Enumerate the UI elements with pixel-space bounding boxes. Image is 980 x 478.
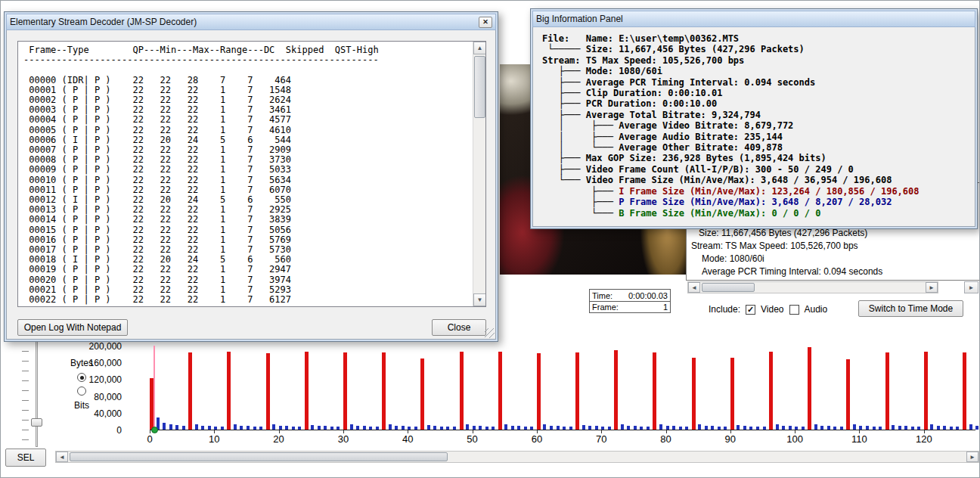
p-frame-bar [408, 427, 411, 430]
playhead-line [154, 346, 155, 430]
i-frame-bar [343, 352, 347, 430]
info-panel-scrollbar[interactable]: ◄ ► [687, 281, 938, 293]
big-panel-titlebar[interactable]: Big Information Panel [532, 11, 975, 27]
p-frame-bar [311, 425, 314, 430]
big-panel-lines: File: Name: E:\user\temp\00362.MTS └────… [533, 27, 975, 219]
chart-y-axis: 040,00080,000120,000160,000200,000 [73, 346, 123, 430]
p-frame-bar [718, 427, 721, 430]
close-window-button[interactable]: ✕ [479, 17, 492, 28]
p-frame-bar [389, 424, 392, 430]
i-frame-bar [846, 359, 850, 430]
i-frame-bar [885, 352, 889, 430]
x-axis-label: 30 [338, 433, 349, 445]
p-frame-bar [402, 426, 405, 430]
info-scrollbar-thumb[interactable] [702, 283, 755, 292]
decoder-titlebar[interactable]: Elementary Stream Decoder (JM-SP Decoder… [6, 14, 496, 30]
p-frame-bar [975, 426, 978, 430]
x-axis-label: 110 [851, 433, 867, 445]
i-frame-bar [769, 352, 773, 430]
p-frame-bar [292, 427, 295, 430]
arrow-right-icon: ► [929, 284, 935, 291]
frame-list[interactable]: Frame--Type QP---Min---Max--Range---DC S… [17, 41, 486, 307]
p-frame-bar [169, 424, 172, 430]
list-scrollbar-thumb[interactable] [474, 56, 485, 118]
panel-scroll-right-button[interactable]: ► [964, 281, 978, 293]
p-frame-bar [588, 426, 591, 430]
arrow-left-icon: ◄ [59, 454, 65, 461]
p-frame-bar [795, 427, 798, 430]
chart-x-axis: 0102030405060708090100110120 [150, 431, 975, 445]
p-frame-bar [433, 426, 436, 430]
audio-checkbox[interactable] [789, 305, 799, 315]
close-dialog-button[interactable]: Close [432, 319, 486, 336]
p-frame-bar [221, 427, 224, 430]
p-frame-bar [679, 427, 682, 430]
slider-thumb[interactable] [31, 418, 42, 427]
p-frame-bar [440, 427, 443, 430]
timeline-scrollbar-thumb[interactable] [70, 452, 448, 461]
info-scroll-right-button[interactable]: ► [926, 282, 938, 293]
y-axis-label: 200,000 [89, 341, 122, 352]
p-frame-bar [524, 427, 527, 430]
resize-grip[interactable] [485, 328, 495, 338]
p-frame-bar [479, 426, 482, 430]
time-frame-box: Time: 0:00:00.03 Frame: 1 [589, 289, 671, 313]
p-frame-bar [485, 427, 488, 430]
video-checkbox[interactable]: ✓ [746, 305, 755, 315]
video-label: Video [761, 304, 783, 315]
p-frame-bar [873, 427, 876, 430]
big-panel-line: │ ├─── Average Video Bitrate: 8,679,772 [542, 120, 975, 131]
big-panel-line: ├─── I Frame Size (Min/Ave/Max): 123,264… [542, 186, 975, 197]
sel-button[interactable]: SEL [5, 449, 46, 467]
p-frame-bar [969, 424, 972, 430]
p-frame-bar [956, 427, 959, 430]
p-frame-bar [369, 427, 372, 430]
list-scroll-down-button[interactable]: ▼ [473, 293, 486, 306]
p-frame-bar [814, 424, 817, 430]
arrow-up-icon: ▲ [477, 45, 483, 51]
p-frame-bar [253, 427, 256, 430]
p-frame-bar [724, 427, 727, 430]
switch-to-time-mode-button[interactable]: Switch to Time Mode [858, 300, 963, 317]
timeline-scroll-left-button[interactable]: ◄ [56, 452, 68, 462]
open-log-button[interactable]: Open Log With Notepad [17, 319, 128, 336]
i-frame-bar [614, 350, 618, 430]
p-frame-bar [621, 424, 624, 430]
p-frame-bar [214, 427, 217, 430]
p-frame-bar [466, 424, 469, 430]
p-frame-bar [543, 424, 546, 430]
i-frame-bar [305, 352, 309, 430]
frame-list-scrollbar[interactable]: ▲ ▼ [473, 42, 485, 306]
list-scroll-up-button[interactable]: ▲ [473, 42, 486, 54]
big-panel-line: ├─── PCR Duration: 0:00:10.00 [542, 98, 975, 109]
p-frame-bar [182, 426, 185, 430]
p-frame-bar [279, 426, 282, 430]
i-frame-bar [653, 352, 656, 430]
timeline-scroll-right-button[interactable]: ► [966, 452, 978, 462]
p-frame-bar [601, 427, 604, 430]
position-slider[interactable] [19, 340, 48, 447]
x-axis-label: 40 [402, 433, 413, 445]
slider-ticks [22, 341, 29, 445]
chart-plot[interactable] [150, 346, 975, 430]
p-frame-bar [175, 425, 178, 430]
include-label: Include: [709, 304, 740, 315]
y-axis-label: 160,000 [89, 358, 122, 368]
big-panel-line: ├─── Max GOP Size: 236,928 Bytes (1,895,… [542, 153, 975, 163]
p-frame-bar [330, 427, 333, 430]
p-frame-bar [247, 426, 250, 430]
p-frame-bar [904, 426, 907, 430]
p-frame-bar [201, 426, 204, 430]
p-frame-bar [640, 427, 643, 430]
check-icon: ✓ [747, 306, 754, 314]
p-frame-bar [892, 425, 895, 430]
timeline-scrollbar[interactable]: ◄ ► [55, 451, 979, 463]
p-frame-bar [859, 426, 862, 430]
p-frame-bar [627, 426, 630, 430]
p-frame-bar [782, 426, 785, 430]
p-frame-bar [427, 425, 430, 430]
info-scroll-left-button[interactable]: ◄ [688, 282, 700, 293]
p-frame-bar [802, 427, 805, 430]
info-line: Mode: 1080/60i [690, 253, 978, 265]
main-window: Size: 11,667,456 Bytes (427,296 Packets)… [0, 0, 980, 478]
